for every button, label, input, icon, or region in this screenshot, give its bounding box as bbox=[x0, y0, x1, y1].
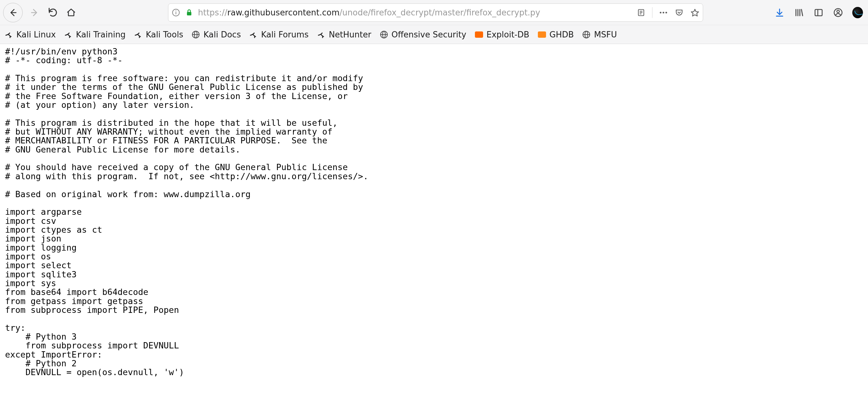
account-icon[interactable] bbox=[833, 7, 843, 18]
url-prefix: https:// bbox=[198, 8, 227, 17]
bookmark-item[interactable]: GHDB bbox=[537, 30, 574, 39]
url-path: /unode/firefox_decrypt/master/firefox_de… bbox=[340, 8, 540, 17]
bookmark-label: MSFU bbox=[594, 30, 617, 39]
bookmark-label: Kali Training bbox=[76, 30, 126, 39]
pocket-icon[interactable] bbox=[675, 8, 684, 17]
home-icon bbox=[66, 8, 76, 17]
bookmark-item[interactable]: Kali Training bbox=[64, 30, 126, 39]
url-text: https://raw.githubusercontent.com/unode/… bbox=[198, 8, 632, 17]
svg-rect-20 bbox=[815, 9, 823, 16]
reload-button[interactable] bbox=[46, 6, 59, 19]
bookmark-item[interactable]: Offensive Security bbox=[379, 30, 466, 39]
bookmark-item[interactable]: Kali Docs bbox=[191, 30, 241, 39]
bookmark-star-icon[interactable] bbox=[690, 8, 700, 17]
reload-icon bbox=[48, 8, 58, 17]
page-actions-icon[interactable] bbox=[659, 8, 668, 17]
globe-icon bbox=[191, 30, 200, 39]
bookmark-item[interactable]: MSFU bbox=[582, 30, 617, 39]
kali-icon bbox=[134, 30, 143, 39]
lock-icon bbox=[185, 8, 193, 17]
downloads-icon[interactable] bbox=[774, 7, 785, 18]
svg-rect-5 bbox=[187, 12, 191, 15]
bookmark-label: Kali Docs bbox=[203, 30, 241, 39]
url-host: raw.githubusercontent.com bbox=[227, 8, 340, 17]
kali-icon bbox=[64, 30, 73, 39]
bookmark-label: Kali Linux bbox=[17, 30, 56, 39]
svg-point-4 bbox=[176, 10, 177, 11]
kali-icon bbox=[317, 30, 326, 39]
bookmark-item[interactable]: Exploit-DB bbox=[474, 30, 529, 39]
url-bar[interactable]: https://raw.githubusercontent.com/unode/… bbox=[168, 3, 703, 22]
kali-menu-icon[interactable] bbox=[852, 7, 863, 18]
sidebars-icon[interactable] bbox=[813, 7, 824, 18]
bookmark-label: Kali Tools bbox=[146, 30, 183, 39]
globe-icon bbox=[379, 30, 389, 39]
navigation-toolbar: https://raw.githubusercontent.com/unode/… bbox=[0, 0, 868, 25]
reader-mode-icon[interactable] bbox=[637, 8, 646, 17]
svg-point-11 bbox=[662, 12, 664, 13]
bookmark-item[interactable]: Kali Linux bbox=[4, 30, 56, 39]
bookmark-label: NetHunter bbox=[329, 30, 371, 39]
ghdb-icon bbox=[537, 30, 546, 39]
bookmark-item[interactable]: NetHunter bbox=[317, 30, 371, 39]
arrow-left-icon bbox=[8, 8, 18, 17]
home-button[interactable] bbox=[65, 6, 78, 19]
urlbar-right-icons bbox=[637, 7, 700, 18]
bookmark-label: Exploit-DB bbox=[487, 30, 529, 39]
raw-text: #!/usr/bin/env python3 # -*- coding: utf… bbox=[0, 44, 868, 382]
bookmark-item[interactable]: Kali Forums bbox=[249, 30, 308, 39]
back-button[interactable] bbox=[3, 3, 23, 22]
svg-marker-13 bbox=[691, 9, 699, 16]
bookmark-label: GHDB bbox=[550, 30, 574, 39]
svg-line-19 bbox=[802, 9, 803, 16]
bookmark-label: Kali Forums bbox=[261, 30, 308, 39]
bookmarks-bar: Kali LinuxKali TrainingKali ToolsKali Do… bbox=[0, 25, 868, 44]
arrow-right-icon bbox=[30, 8, 39, 17]
toolbar-right bbox=[774, 7, 865, 18]
kali-icon bbox=[4, 30, 13, 39]
urlbar-divider bbox=[652, 7, 652, 18]
exploit-icon bbox=[474, 30, 484, 39]
content-area[interactable]: #!/usr/bin/env python3 # -*- coding: utf… bbox=[0, 44, 868, 405]
library-icon[interactable] bbox=[794, 7, 804, 18]
svg-point-23 bbox=[837, 10, 839, 12]
svg-point-12 bbox=[665, 12, 667, 13]
bookmark-label: Offensive Security bbox=[392, 30, 466, 39]
kali-icon bbox=[249, 30, 258, 39]
bookmark-item[interactable]: Kali Tools bbox=[134, 30, 183, 39]
site-info-icon[interactable] bbox=[172, 8, 180, 17]
forward-button[interactable] bbox=[28, 6, 41, 19]
globe-icon bbox=[582, 30, 591, 39]
svg-point-10 bbox=[660, 12, 661, 13]
